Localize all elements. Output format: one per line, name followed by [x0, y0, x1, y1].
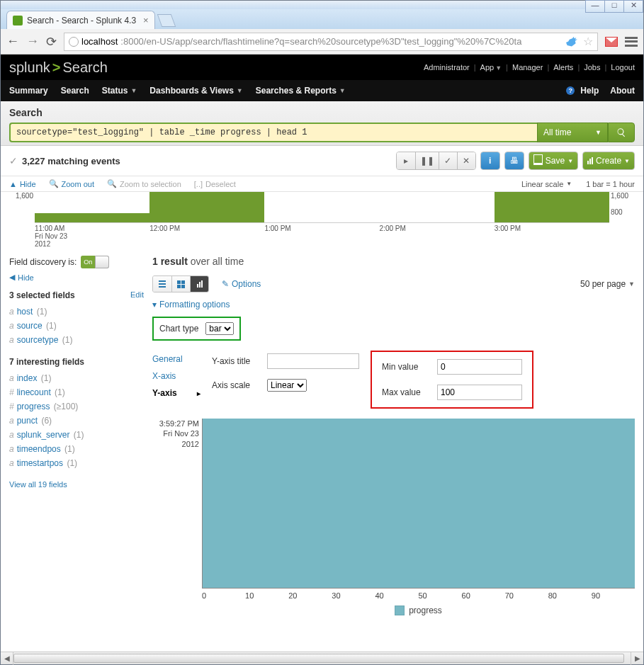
nav-status[interactable]: Status▼: [102, 86, 137, 96]
tab-y-axis[interactable]: Y-axis▸: [152, 385, 200, 402]
timeline-hide[interactable]: ▲ Hide: [9, 179, 36, 188]
top-link-app[interactable]: App▼: [480, 63, 502, 72]
browser-menu-icon[interactable]: [625, 37, 638, 47]
window-close-button[interactable]: ✕: [623, 0, 643, 13]
chart-x-axis: 0102030405060708090: [202, 591, 635, 603]
field-item[interactable]: ahost (1): [9, 305, 144, 319]
minmax-highlight: Min value Max value: [371, 351, 533, 409]
result-count: ✓ 3,227 matching events: [9, 155, 120, 166]
view-mode-table[interactable]: [171, 276, 190, 292]
result-heading: 1 result over all time: [152, 256, 635, 267]
job-cancel-button[interactable]: ✕: [457, 152, 475, 169]
min-value-label: Min value: [382, 362, 430, 372]
view-mode-chart[interactable]: [190, 276, 208, 292]
legend-swatch-icon: [395, 606, 405, 615]
app-nav: Summary Search Status▼ Dashboards & View…: [1, 80, 643, 101]
y-title-input[interactable]: [267, 353, 359, 369]
reload-button[interactable]: ⟳: [46, 34, 57, 50]
job-info-button[interactable]: i: [481, 152, 499, 169]
field-item[interactable]: #progress (≥100): [9, 399, 144, 414]
nav-summary[interactable]: Summary: [9, 86, 48, 96]
check-icon: ✓: [9, 155, 18, 166]
fields-edit-link[interactable]: Edit: [130, 290, 144, 300]
timeline-tick-0: 11:00 AM Fri Nov 23 2012: [35, 224, 149, 248]
print-button[interactable]: 🖶: [505, 152, 524, 169]
field-item[interactable]: apunct (6): [9, 414, 144, 428]
search-button[interactable]: [608, 123, 635, 142]
new-tab-button[interactable]: [157, 14, 176, 27]
job-finalize-button[interactable]: ✓: [439, 152, 457, 169]
url-host: localhost: [81, 36, 118, 47]
chart-category-label: 3:59:27 PM Fri Nov 23 2012: [152, 419, 199, 449]
per-page-picker[interactable]: 50 per page▼: [580, 279, 635, 289]
timeline-scale-picker[interactable]: Linear scale ▼: [521, 179, 572, 188]
view-mode-switch: [152, 275, 209, 292]
window-titlebar: — □ ✕: [1, 1, 643, 9]
horizontal-scrollbar[interactable]: ◀ ▶: [1, 652, 643, 664]
field-item[interactable]: asourcetype (1): [9, 333, 144, 347]
min-value-input[interactable]: [437, 359, 522, 375]
top-link-logout[interactable]: Logout: [611, 63, 635, 72]
search-input[interactable]: sourcetype="test_logging" | table _time …: [9, 123, 537, 142]
timeline-chart[interactable]: 1,600 1,600 800 11:00 AM Fri Nov 23 2012: [9, 192, 635, 247]
gmail-icon[interactable]: [605, 37, 618, 47]
field-item[interactable]: atimeendpos (1): [9, 442, 144, 456]
back-button[interactable]: ←: [6, 34, 19, 50]
max-value-input[interactable]: [437, 385, 522, 400]
nav-search[interactable]: Search: [61, 86, 89, 96]
create-button[interactable]: Create▼: [583, 152, 634, 169]
tab-general[interactable]: General: [152, 351, 200, 368]
browser-tab-title: Search - Search - Splunk 4.3: [27, 16, 136, 25]
nav-dashboards[interactable]: Dashboards & Views▼: [149, 86, 242, 96]
nav-help[interactable]: ?Help: [566, 86, 599, 96]
globe-icon: [69, 37, 79, 47]
field-item[interactable]: aindex (1): [9, 371, 144, 385]
timeline-zoom-selection: 🔍 Zoom to selection: [107, 179, 181, 188]
y-title-label: Y-axis title: [212, 356, 260, 366]
top-link-admin[interactable]: Administrator: [424, 63, 470, 72]
field-discovery-label: Field discovery is:: [9, 257, 77, 267]
formatting-options-toggle[interactable]: ▾ Formatting options: [152, 300, 635, 309]
top-link-alerts[interactable]: Alerts: [553, 63, 573, 72]
sidebar-hide[interactable]: ◀ Hide: [9, 273, 144, 282]
window-minimize-button[interactable]: —: [585, 0, 605, 13]
tab-x-axis[interactable]: X-axis: [152, 368, 200, 385]
view-mode-list[interactable]: [153, 276, 171, 292]
field-item[interactable]: asource (1): [9, 319, 144, 333]
twitter-icon[interactable]: [566, 37, 577, 47]
browser-tab[interactable]: Search - Search - Splunk 4.3 ×: [6, 11, 155, 29]
window-maximize-button[interactable]: □: [604, 0, 624, 13]
timeline-zoom-out[interactable]: 🔍 Zoom out: [49, 179, 94, 188]
top-link-manager[interactable]: Manager: [512, 63, 543, 72]
top-link-jobs[interactable]: Jobs: [584, 63, 600, 72]
time-range-picker[interactable]: All time▼: [537, 123, 608, 142]
scroll-left-icon[interactable]: ◀: [1, 652, 13, 665]
max-value-label: Max value: [382, 387, 430, 397]
chart-type-select[interactable]: bar: [205, 322, 234, 335]
browser-tab-strip: Search - Search - Splunk 4.3 ×: [1, 9, 643, 29]
view-all-fields[interactable]: View all 19 fields: [9, 480, 144, 489]
field-item[interactable]: asplunk_server (1): [9, 428, 144, 442]
axis-scale-select[interactable]: Linear: [267, 379, 307, 392]
job-pause-button[interactable]: ❚❚: [415, 152, 439, 169]
nav-about[interactable]: About: [610, 86, 635, 96]
app-topbar: splunk>Search Administrator| App▼| Manag…: [1, 55, 643, 80]
selected-fields-header: 3 selected fields: [9, 290, 75, 300]
tab-close-icon[interactable]: ×: [143, 15, 149, 25]
nav-searches[interactable]: Searches & Reports▼: [256, 86, 346, 96]
scroll-right-icon[interactable]: ▶: [631, 652, 643, 665]
interesting-fields-header: 7 interesting fields: [9, 357, 84, 367]
address-bar: ← → ⟳ localhost:8000/en-US/app/search/fl…: [1, 29, 643, 55]
save-button[interactable]: Save▼: [529, 152, 577, 169]
angle-icon: >: [52, 59, 61, 75]
job-next-button[interactable]: ▸: [397, 152, 415, 169]
bookmark-star-icon[interactable]: ☆: [583, 35, 593, 48]
results-panel: 1 result over all time ✎ Options 50 per …: [152, 256, 635, 617]
splunk-logo[interactable]: splunk>Search: [9, 59, 108, 76]
field-item[interactable]: #linecount (1): [9, 385, 144, 399]
field-discovery-toggle[interactable]: On: [81, 256, 109, 268]
axis-scale-label: Axis scale: [212, 380, 260, 390]
url-input[interactable]: localhost:8000/en-US/app/search/flashtim…: [64, 33, 598, 51]
options-link[interactable]: ✎ Options: [222, 279, 261, 289]
field-item[interactable]: atimestartpos (1): [9, 456, 144, 470]
